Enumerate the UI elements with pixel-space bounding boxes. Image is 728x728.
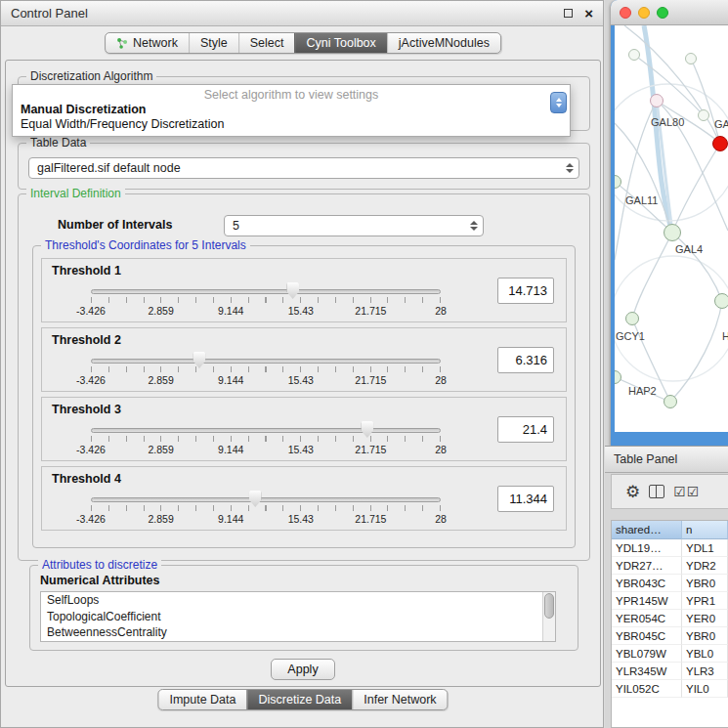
threshold-value-field[interactable]: 21.4 [497, 416, 554, 443]
network-node[interactable] [712, 136, 728, 151]
tab-infer-network[interactable]: Infer Network [352, 690, 447, 709]
float-window-icon[interactable] [564, 9, 573, 18]
tick-label: 15.43 [288, 305, 314, 317]
threshold-value-field[interactable]: 11.344 [497, 486, 554, 512]
columns-icon[interactable] [649, 485, 664, 498]
column-header-shared-name[interactable]: shared… [612, 521, 682, 539]
tick-label: 2.859 [148, 305, 173, 317]
tab-network[interactable]: Network [106, 33, 189, 53]
table-cell[interactable]: YDR2 [682, 557, 728, 575]
slider-track[interactable] [91, 497, 441, 502]
tab-style[interactable]: Style [189, 33, 238, 53]
table-cell[interactable]: YBR0 [682, 575, 728, 592]
slider-track[interactable] [91, 428, 441, 433]
slider-ticks [91, 366, 441, 372]
tab-label: Select [250, 36, 284, 50]
attribute-item[interactable]: BetweennessCentrality [41, 624, 555, 641]
network-node[interactable] [685, 53, 697, 64]
screen: Control Panel × Network Style Select Cyn… [0, 0, 728, 728]
table-row[interactable]: YPR145W YPR1 [612, 592, 728, 610]
slider-track[interactable] [91, 359, 441, 364]
algorithm-option-manual[interactable]: Manual Discretization [13, 102, 570, 116]
table-cell[interactable]: YPR145W [612, 592, 682, 610]
network-node[interactable] [664, 224, 681, 241]
table-cell[interactable]: YBL0 [682, 645, 728, 663]
network-node[interactable] [714, 293, 728, 309]
table-cell[interactable]: YIL052C [612, 680, 682, 698]
threshold-value-field[interactable]: 6.316 [497, 347, 554, 373]
column-header-name[interactable]: n [682, 521, 728, 539]
apply-button[interactable]: Apply [271, 659, 335, 680]
attribute-item[interactable]: TopologicalCoefficient [41, 609, 555, 625]
tab-cyni-toolbox[interactable]: Cyni Toolbox [294, 33, 386, 53]
table-cell[interactable]: YIL0 [682, 680, 728, 698]
table-cell[interactable]: YBR045C [612, 627, 682, 645]
network-node-label: GCY1 [616, 330, 645, 342]
scrollbar-thumb[interactable] [544, 593, 554, 619]
tab-impute-data[interactable]: Impute Data [158, 690, 246, 709]
table-cell[interactable]: YBR0 [682, 627, 728, 645]
stepper-arrows-icon [562, 160, 577, 176]
table-body: YDL19… YDL1 YDR27… YDR2 YBR043C YBR0 YPR… [612, 539, 728, 698]
network-canvas[interactable]: GAL80GAGAL11GAL4GCY1HHAP2 [615, 25, 728, 432]
checkbox-icon[interactable]: ☑☑ [673, 485, 700, 498]
table-row[interactable]: YBR045C YBR0 [612, 627, 728, 645]
threshold-slider[interactable]: -3.426 2.859 9.144 15.43 21.715 28 [91, 489, 441, 528]
minimize-traffic-light-icon[interactable] [638, 7, 650, 19]
algorithm-combobox-stepper[interactable] [550, 92, 567, 113]
network-node-label: GAL80 [651, 116, 684, 128]
threshold-panel: Threshold 3 -3.426 2.859 9.144 15.43 [41, 397, 567, 461]
attribute-item[interactable]: SelfLoops [41, 592, 555, 609]
tick-label: -3.426 [76, 305, 106, 317]
table-row[interactable]: YDL19… YDL1 [612, 539, 728, 557]
tab-select[interactable]: Select [238, 33, 295, 53]
tab-jactivemnodules[interactable]: jActiveMNodules [387, 33, 500, 53]
table-row[interactable]: YDR27… YDR2 [612, 557, 728, 575]
table-data-combobox[interactable]: galFiltered.sif default node [28, 157, 579, 179]
table-cell[interactable]: YLR345W [612, 663, 682, 680]
table-cell[interactable]: YDL1 [682, 539, 728, 557]
table-cell[interactable]: YLR3 [682, 663, 728, 680]
slider-ticks [91, 505, 441, 511]
threshold-value-field[interactable]: 14.713 [497, 278, 554, 304]
slider-track[interactable] [91, 289, 441, 294]
zoom-traffic-light-icon[interactable] [657, 7, 668, 19]
stepper-arrows-icon [466, 218, 481, 234]
threshold-slider[interactable]: -3.426 2.859 9.144 15.43 21.715 28 [91, 419, 441, 458]
table-cell[interactable]: YER0 [682, 610, 728, 627]
tab-label: Cyni Toolbox [306, 36, 375, 50]
group-title: Discretization Algorithm [26, 69, 156, 83]
table-toolbar: ⚙ ☑☑ [611, 474, 728, 509]
table-cell[interactable]: YBR043C [612, 575, 682, 592]
attributes-listbox[interactable]: SelfLoopsTopologicalCoefficientBetweenne… [40, 591, 556, 642]
listbox-scrollbar[interactable] [542, 592, 555, 641]
table-cell[interactable]: YBL079W [612, 645, 682, 663]
network-node[interactable] [628, 49, 640, 61]
number-of-intervals-combobox[interactable]: 5 [224, 215, 484, 236]
network-node[interactable] [650, 94, 664, 107]
algorithm-combobox-placeholder[interactable]: Select algorithm to view settings [13, 85, 570, 102]
network-node-label: GAL11 [625, 194, 658, 206]
table-cell[interactable]: YER054C [612, 610, 682, 627]
tick-label: -3.426 [76, 444, 106, 455]
settings-gear-icon[interactable]: ⚙ [625, 484, 640, 500]
table-row[interactable]: YBR043C YBR0 [612, 575, 728, 592]
algorithm-option-equal-width[interactable]: Equal Width/Frequency Discretization [13, 116, 570, 131]
table-cell[interactable]: YDR27… [612, 557, 682, 575]
table-row[interactable]: YBL079W YBL0 [612, 645, 728, 663]
close-traffic-light-icon[interactable] [620, 7, 631, 19]
threshold-slider[interactable]: -3.426 2.859 9.144 15.43 21.715 28 [91, 350, 441, 389]
table-row[interactable]: YIL052C YIL0 [612, 680, 728, 698]
network-node[interactable] [625, 312, 639, 325]
network-node[interactable] [698, 109, 709, 121]
table-row[interactable]: YLR345W YLR3 [612, 663, 728, 680]
threshold-slider[interactable]: -3.426 2.859 9.144 15.43 21.715 28 [91, 280, 441, 320]
table-row[interactable]: YER054C YER0 [612, 610, 728, 627]
tab-discretize-data[interactable]: Discretize Data [247, 690, 353, 709]
close-icon[interactable]: × [584, 6, 593, 21]
network-node[interactable] [664, 395, 677, 408]
threshold-list: Threshold 1 -3.426 2.859 9.144 15.43 [33, 258, 575, 531]
table-cell[interactable]: YDL19… [612, 539, 682, 557]
table-cell[interactable]: YPR1 [682, 592, 728, 610]
group-title: Threshold's Coordinates for 5 Intervals [41, 238, 250, 252]
